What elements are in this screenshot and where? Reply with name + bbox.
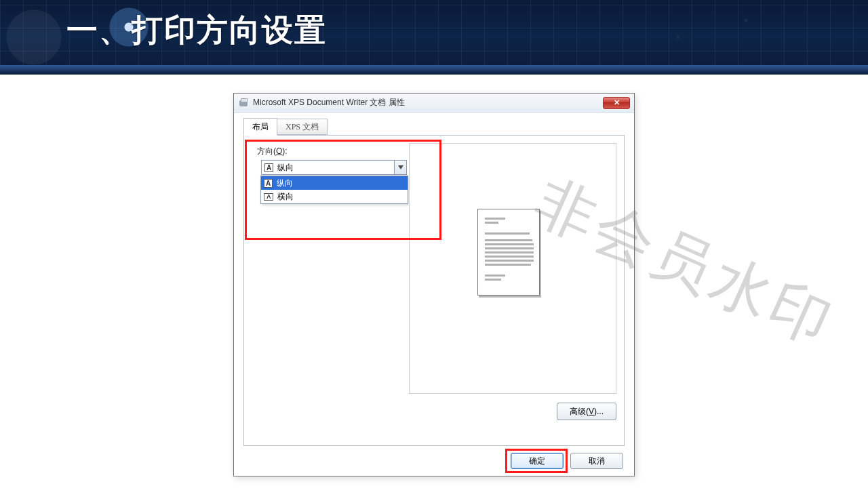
dialog-titlebar: Microsoft XPS Document Writer 文档 属性 ✕: [234, 94, 634, 113]
page-preview: [477, 209, 540, 296]
tab-layout[interactable]: 布局: [243, 118, 277, 136]
landscape-icon: [264, 193, 273, 201]
layout-panel: 方向(O): 纵向 纵向 横向: [243, 135, 625, 446]
dialog-body: 布局 XPS 文档 方向(O): 纵向: [234, 113, 634, 476]
slide-title: 一、打印方向设置: [66, 9, 327, 52]
advanced-button[interactable]: 高级(V)...: [557, 403, 616, 420]
page-preview-pane: [409, 143, 616, 394]
orientation-option-portrait[interactable]: 纵向: [261, 176, 408, 190]
close-icon: ✕: [614, 99, 620, 106]
cancel-button[interactable]: 取消: [570, 453, 623, 469]
portrait-icon: [264, 179, 273, 188]
orientation-selectbox[interactable]: 纵向: [261, 160, 407, 175]
slide-header: 一、打印方向设置: [0, 0, 868, 75]
orientation-select[interactable]: 纵向: [261, 160, 407, 175]
printer-icon: [238, 98, 249, 108]
orientation-selected-value: 纵向: [277, 162, 294, 174]
close-button[interactable]: ✕: [603, 97, 630, 109]
orientation-dropdown-list: 纵向 横向: [260, 176, 408, 204]
tab-xps-document[interactable]: XPS 文档: [277, 119, 328, 135]
tab-strip: 布局 XPS 文档: [243, 118, 328, 135]
portrait-icon: [264, 163, 273, 172]
print-properties-dialog: Microsoft XPS Document Writer 文档 属性 ✕ 布局…: [233, 93, 635, 476]
dialog-title: Microsoft XPS Document Writer 文档 属性: [253, 97, 405, 108]
chevron-down-icon: [394, 161, 406, 174]
orientation-option-landscape[interactable]: 横向: [261, 190, 408, 203]
ok-button[interactable]: 确定: [511, 453, 564, 469]
